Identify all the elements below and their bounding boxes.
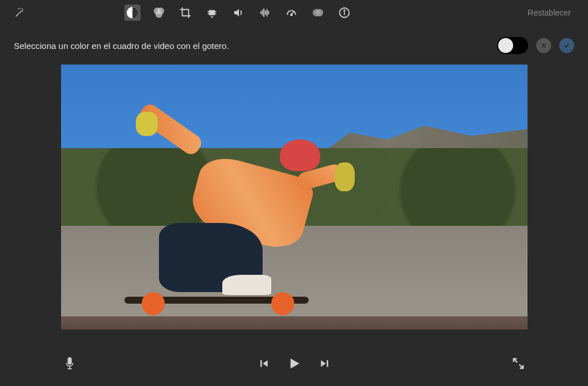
svg-rect-9 xyxy=(260,12,261,14)
previous-frame-button[interactable] xyxy=(258,358,270,372)
svg-rect-6 xyxy=(208,13,209,14)
svg-rect-14 xyxy=(268,11,270,14)
fullscreen-button[interactable] xyxy=(512,357,525,372)
playback-controls xyxy=(258,356,331,373)
svg-rect-4 xyxy=(209,10,215,15)
svg-rect-10 xyxy=(262,10,263,15)
info-icon[interactable] xyxy=(336,5,352,21)
video-preview[interactable] xyxy=(61,65,528,330)
svg-rect-12 xyxy=(265,10,266,14)
svg-rect-5 xyxy=(208,11,209,12)
microphone-button[interactable] xyxy=(63,356,76,373)
instruction-bar: Selecciona un color en el cuadro de vide… xyxy=(0,25,588,60)
filter-icon[interactable] xyxy=(310,5,326,21)
toolbar-left-group xyxy=(12,5,28,21)
toolbar-right-group: Restablecer xyxy=(522,6,576,20)
stabilization-icon[interactable] xyxy=(204,5,220,21)
toolbar-center-group xyxy=(124,5,352,21)
toggle-knob xyxy=(498,38,513,53)
effect-controls xyxy=(497,37,574,54)
color-correction-icon[interactable] xyxy=(151,5,167,21)
svg-rect-11 xyxy=(263,9,264,17)
adjustment-toolbar: Restablecer xyxy=(0,0,588,25)
crop-icon[interactable] xyxy=(177,5,194,21)
svg-point-3 xyxy=(155,11,162,18)
svg-rect-24 xyxy=(68,358,71,364)
svg-rect-7 xyxy=(215,11,217,12)
volume-icon[interactable] xyxy=(230,5,246,21)
svg-rect-8 xyxy=(215,13,217,14)
svg-rect-28 xyxy=(327,360,328,367)
reset-button[interactable]: Restablecer xyxy=(522,6,576,20)
playback-bar xyxy=(0,350,588,379)
instruction-text: Selecciona un color en el cuadro de vide… xyxy=(14,41,488,51)
noise-reduction-icon[interactable] xyxy=(257,5,273,21)
color-balance-icon[interactable] xyxy=(124,5,141,21)
effect-toggle[interactable] xyxy=(497,37,528,54)
cancel-button[interactable] xyxy=(536,38,551,53)
svg-rect-13 xyxy=(267,9,268,17)
confirm-button[interactable] xyxy=(559,38,574,53)
next-frame-button[interactable] xyxy=(319,358,331,372)
svg-point-21 xyxy=(344,10,345,11)
play-button[interactable] xyxy=(287,356,302,373)
speed-icon[interactable] xyxy=(283,5,299,21)
svg-point-18 xyxy=(316,9,323,17)
svg-rect-27 xyxy=(260,360,262,367)
preview-subject-skateboarder xyxy=(107,99,349,318)
svg-point-16 xyxy=(291,14,293,16)
magic-wand-icon[interactable] xyxy=(12,5,28,21)
